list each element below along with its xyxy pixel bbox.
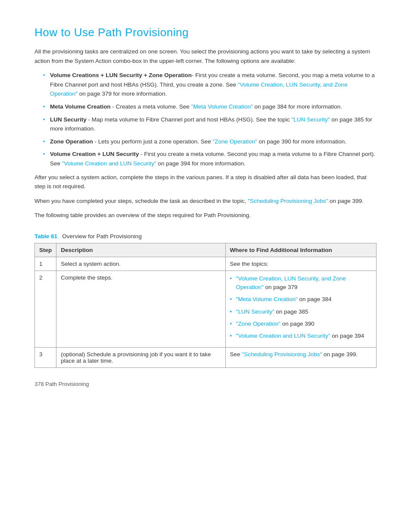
para2-before: When you have completed your steps, sche… (34, 198, 248, 204)
table-row: 2 Complete the steps. "Volume Creation, … (35, 271, 377, 348)
footer: 378 Path Provisioning (34, 381, 377, 387)
table-row: 1 Select a system action. See the topics… (35, 257, 377, 271)
para2-link[interactable]: "Scheduling Provisioning Jobs" (248, 198, 328, 204)
item2-text: - Creates a meta volume. See (111, 103, 191, 110)
item3-text: - Map meta volume to Fibre Channel port … (87, 116, 292, 123)
page-container: How to Use Path Provisioning All the pro… (0, 0, 411, 413)
item5-suffix: on page 394 for more information. (156, 160, 246, 167)
intro-paragraph: All the provisioning tasks are centraliz… (34, 47, 377, 65)
item2-bold: Meta Volume Creation (50, 103, 111, 110)
col-description: Description (56, 243, 225, 257)
item4-suffix: on page 390 for more information. (257, 138, 346, 145)
row1-description: Select a system action. (56, 257, 225, 271)
table-row: 3 (optional) Schedule a provisioning job… (35, 348, 377, 368)
list-item-1: Volume Creations + LUN Security + Zone O… (43, 71, 377, 99)
page-title: How to Use Path Provisioning (34, 26, 377, 39)
row1-info: See the topics: (225, 257, 376, 271)
row2-step: 2 (35, 271, 56, 348)
link-zone-op[interactable]: "Zone Operation" (236, 320, 280, 327)
link-vol-lun[interactable]: "Volume Creation and LUN Security" (236, 333, 330, 339)
col-step: Step (35, 243, 56, 257)
item4-link[interactable]: "Zone Operation" (212, 138, 257, 145)
row2-link5: "Volume Creation and LUN Security" on pa… (230, 332, 372, 340)
table-label: Table 61 (34, 233, 57, 240)
link-lun-sec[interactable]: "LUN Security" (236, 308, 274, 315)
row3-info: See "Scheduling Provisioning Jobs" on pa… (225, 348, 376, 368)
item5-link[interactable]: "Volume Creation and LUN Security" (62, 160, 156, 167)
row3-step: 3 (35, 348, 56, 368)
overview-table: Step Description Where to Find Additiona… (34, 243, 377, 368)
row2-links: "Volume Creation, LUN Security, and Zone… (230, 274, 372, 341)
row2-link3: "LUN Security" on page 385 (230, 308, 372, 316)
row1-step: 1 (35, 257, 56, 271)
row2-link4: "Zone Operation" on page 390 (230, 320, 372, 328)
link-scheduling[interactable]: "Scheduling Provisioning Jobs" (242, 351, 322, 358)
item1-suffix: on page 379 for more information. (78, 90, 167, 97)
link-vol-creation[interactable]: "Volume Creation, LUN Security, and Zone… (236, 275, 346, 290)
item3-link[interactable]: "LUN Security" (292, 116, 330, 123)
item2-suffix: on page 384 for more information. (253, 103, 342, 110)
list-item-4: Zone Operation - Lets you perform just a… (43, 137, 377, 146)
para3: The following table provides an overview… (34, 211, 377, 220)
para1: After you select a system action, comple… (34, 173, 377, 191)
para2: When you have completed your steps, sche… (34, 196, 377, 206)
row2-info: "Volume Creation, LUN Security, and Zone… (225, 271, 376, 348)
table-caption-desc: Overview for Path Provisioning (62, 233, 142, 240)
table-caption: Table 61 Overview for Path Provisioning (34, 233, 377, 240)
item2-link[interactable]: "Meta Volume Creation" (191, 103, 253, 110)
item5-bold: Volume Creation + LUN Security (50, 151, 139, 157)
list-item-2: Meta Volume Creation - Creates a meta vo… (43, 102, 377, 112)
item1-bold: Volume Creations + LUN Security + Zone O… (50, 72, 192, 78)
row2-link1: "Volume Creation, LUN Security, and Zone… (230, 274, 372, 292)
options-list: Volume Creations + LUN Security + Zone O… (43, 71, 377, 168)
list-item-5: Volume Creation + LUN Security - First y… (43, 149, 377, 168)
list-item-3: LUN Security - Map meta volume to Fibre … (43, 115, 377, 134)
row2-link2: "Meta Volume Creation" on page 384 (230, 295, 372, 304)
item3-bold: LUN Security (50, 116, 87, 123)
para2-after: on page 399. (328, 198, 364, 204)
row2-description: Complete the steps. (56, 271, 225, 348)
item4-text: - Lets you perform just a zone operation… (93, 138, 213, 145)
item4-bold: Zone Operation (50, 138, 93, 145)
row3-description: (optional) Schedule a provisioning job i… (56, 348, 225, 368)
col-info: Where to Find Additional Information (225, 243, 376, 257)
link-meta-vol[interactable]: "Meta Volume Creation" (236, 296, 298, 302)
table-header-row: Step Description Where to Find Additiona… (35, 243, 377, 257)
